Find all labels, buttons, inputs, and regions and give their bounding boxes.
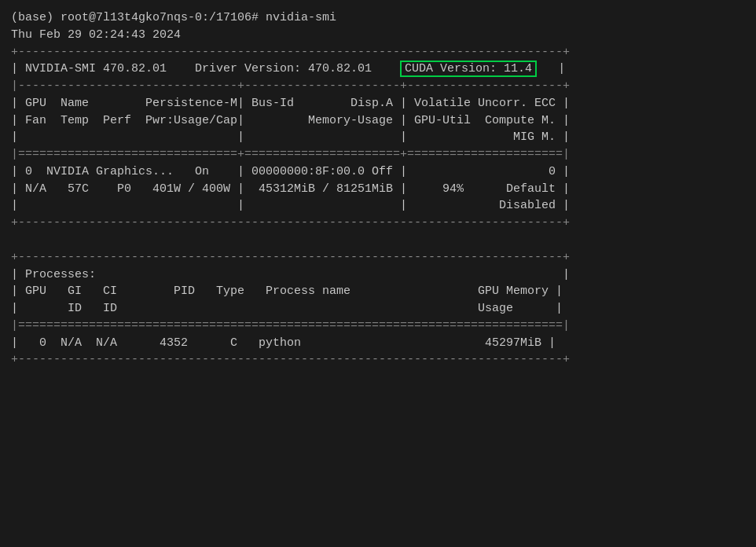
empty-gap bbox=[11, 232, 745, 249]
nvidia-smi-header: | NVIDIA-SMI 470.82.01 Driver Version: 4… bbox=[11, 61, 745, 78]
proc-col1: | GPU GI CI PID Type Process name GPU Me… bbox=[11, 283, 745, 300]
gpu0-line3: | | | Disabled | bbox=[11, 197, 745, 215]
col-header2: | Fan Temp Perf Pwr:Usage/Cap| Memory-Us… bbox=[11, 112, 745, 130]
col-header1: | GPU Name Persistence-M| Bus-Id Disp.A … bbox=[11, 95, 745, 112]
bottom-separator: +---------------------------------------… bbox=[11, 215, 745, 232]
cuda-version-badge: CUDA Version: 11.4 bbox=[400, 61, 537, 77]
prompt-line: (base) root@7l13t4gko7nqs-0:/17106# nvid… bbox=[11, 9, 745, 27]
eq-separator: |===============================+=======… bbox=[11, 146, 745, 163]
proc-eq-separator: |=======================================… bbox=[11, 318, 745, 335]
proc-row1: | 0 N/A N/A 4352 C python 45297MiB | bbox=[11, 335, 745, 352]
proc-col2: | ID ID Usage | bbox=[11, 300, 745, 318]
proc-bottom: +---------------------------------------… bbox=[11, 351, 745, 369]
mid-separator1: |-------------------------------+-------… bbox=[11, 78, 745, 95]
col-header3: | | | MIG M. | bbox=[11, 129, 745, 146]
gpu0-line1: | 0 NVIDIA Graphics... On | 00000000:8F:… bbox=[11, 163, 745, 181]
proc-top-separator: +---------------------------------------… bbox=[11, 249, 745, 266]
timestamp-line: Thu Feb 29 02:24:43 2024 bbox=[11, 27, 745, 44]
top-separator: +---------------------------------------… bbox=[11, 44, 745, 61]
proc-header: | Processes: | bbox=[11, 266, 745, 284]
gpu0-line2: | N/A 57C P0 401W / 400W | 45312MiB / 81… bbox=[11, 181, 745, 198]
terminal-output: (base) root@7l13t4gko7nqs-0:/17106# nvid… bbox=[11, 9, 745, 369]
